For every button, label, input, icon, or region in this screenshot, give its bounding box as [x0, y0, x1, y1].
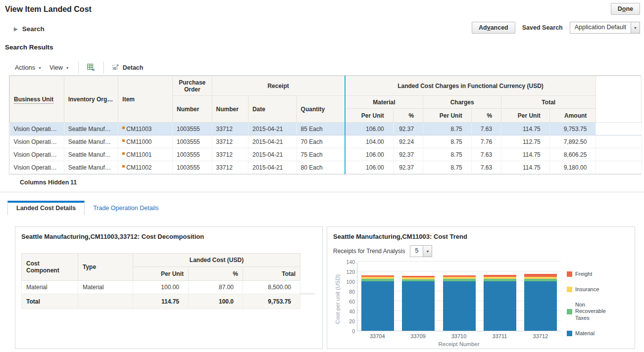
decomp-total-cell: 100.0: [189, 294, 243, 309]
column-header-receipt-date[interactable]: Date: [248, 96, 297, 123]
receipts-count-select[interactable]: 5 ▼: [410, 245, 432, 257]
y-tick-label: 80: [349, 289, 355, 295]
chevron-down-icon[interactable]: ▼: [423, 246, 432, 257]
gridline: [357, 261, 561, 262]
receipts-count-value: 5: [410, 246, 423, 257]
table-row[interactable]: Vision OperationsSeattle Manufac...CM110…: [10, 135, 642, 148]
y-tick-label: 40: [349, 308, 355, 314]
y-tick-label: 20: [349, 318, 355, 324]
detach-button[interactable]: Detach: [109, 62, 147, 74]
done-button[interactable]: Done: [611, 3, 640, 15]
plot-area: [357, 262, 561, 331]
column-header-receipt-number[interactable]: Number: [212, 96, 248, 123]
column-header-total-amount[interactable]: Amount: [549, 109, 596, 123]
chevron-down-icon[interactable]: ▼: [631, 22, 640, 33]
bar-33704[interactable]: [361, 275, 394, 331]
decomp-header-total: Total: [243, 267, 300, 281]
saved-search-label: Saved Search: [522, 24, 563, 31]
view-item-landed-cost-page: View Item Landed Cost Done ▶ Search Adva…: [0, 0, 644, 352]
legend-label: Material: [575, 330, 594, 337]
cost-trend-chart: Cost per unit (USD) 020406080100120140 3…: [333, 262, 629, 347]
decomp-filler-cell: [300, 294, 314, 309]
column-group-material: Material: [345, 96, 423, 109]
cell-business-unit: Vision Operations: [10, 135, 64, 148]
cell-po-number: 1003555: [173, 161, 212, 174]
x-tick-label: 33711: [479, 333, 520, 339]
tab-trade-operation-details[interactable]: Trade Operation Details: [85, 202, 167, 215]
legend-label: Insurance: [575, 286, 599, 293]
chevron-down-icon: ▼: [38, 66, 42, 70]
decomp-header-cost-component: Cost Component: [22, 254, 78, 281]
column-header-charges-pct[interactable]: %: [471, 109, 501, 123]
cell-charges-per-unit: 8.75: [423, 161, 472, 174]
column-header-quantity[interactable]: Quantity: [297, 96, 345, 123]
column-header-material-per-unit[interactable]: Per Unit: [345, 109, 394, 123]
filler-cell: [596, 135, 642, 148]
decomp-cell-cost-component: Material: [22, 281, 78, 294]
x-axis-title: Receipt Number: [357, 341, 561, 347]
table-row[interactable]: Vision OperationsSeattle Manufac...CM110…: [10, 123, 642, 135]
tab-landed-cost-details[interactable]: Landed Cost Details: [7, 201, 85, 215]
bar-33711[interactable]: [484, 275, 516, 331]
cell-material-pct: 92.37: [393, 161, 423, 174]
cell-inventory-organization: Seattle Manufac...: [64, 148, 118, 161]
table-row[interactable]: Vision OperationsSeattle Manufac...CM110…: [10, 148, 642, 161]
legend-swatch-icon: [567, 309, 572, 314]
bar-segment-material: [484, 281, 516, 331]
chevron-down-icon: ▼: [66, 66, 69, 70]
column-header-po-number[interactable]: Number: [173, 96, 212, 123]
search-expander[interactable]: ▶ Search: [14, 25, 45, 33]
filler-cell: [596, 148, 642, 161]
cell-material-pct: 92.37: [393, 123, 423, 135]
bar-33710[interactable]: [443, 275, 476, 331]
item-note-marker-icon: [122, 152, 125, 155]
cell-total-per-unit: 114.75: [501, 123, 550, 135]
cost-trend-title: Seattle Manufacturing,CM11003: Cost Tren…: [333, 233, 629, 240]
filler-cell: [596, 161, 642, 174]
cell-receipt-number: 33712: [212, 148, 248, 161]
actions-menu[interactable]: Actions ▼: [11, 62, 46, 73]
decomp-total-cell: 114.75: [133, 294, 189, 309]
item-note-marker-icon: [122, 127, 125, 129]
y-tick-label: 120: [346, 269, 355, 275]
cost-trend-panel: Seattle Manufacturing,CM11003: Cost Tren…: [327, 226, 635, 349]
column-header-inventory-organization[interactable]: Inventory Organization: [64, 76, 118, 123]
column-header-business-unit[interactable]: Business Unit: [10, 76, 64, 123]
cell-material-per-unit: 104.00: [345, 135, 394, 148]
cell-business-unit: Vision Operations: [10, 148, 64, 161]
advanced-button[interactable]: Advanced: [472, 22, 515, 34]
cell-receipt-number: 33712: [212, 135, 248, 148]
decomp-header-pct: %: [189, 267, 243, 281]
cost-decomposition-panel: Seattle Manufacturing,CM11003,33712: Cos…: [15, 226, 323, 349]
y-tick-label: 0: [352, 328, 355, 334]
legend-swatch-icon: [567, 287, 572, 292]
cost-decomposition-title: Seattle Manufacturing,CM11003,33712: Cos…: [21, 233, 316, 240]
export-to-excel-button[interactable]: [84, 62, 99, 74]
column-header-material-pct[interactable]: %: [393, 109, 423, 123]
bar-33712[interactable]: [524, 274, 557, 331]
cell-total-per-unit: 114.75: [501, 148, 550, 161]
column-header-charges-per-unit[interactable]: Per Unit: [423, 109, 472, 123]
column-header-total-per-unit[interactable]: Per Unit: [501, 109, 550, 123]
page-title: View Item Landed Cost: [5, 5, 92, 14]
x-tick-label: 33709: [397, 333, 438, 339]
x-tick-label: 33704: [357, 333, 397, 339]
column-group-purchase-order: Purchase Order: [173, 76, 212, 96]
legend-swatch-icon: [567, 331, 572, 336]
search-label: Search: [22, 25, 45, 33]
detach-icon: [112, 63, 120, 73]
cost-decomposition-table: Cost Component Type Landed Cost (USD) Pe…: [21, 253, 314, 309]
table-row[interactable]: Vision OperationsSeattle Manufac...CM110…: [10, 161, 642, 174]
toolbar-separator: [78, 62, 79, 74]
view-menu[interactable]: View ▼: [46, 62, 73, 73]
section-divider: [0, 192, 644, 192]
receipts-for-trend-label: Receipts for Trend Analysis: [333, 248, 405, 255]
decomp-total-cell: [78, 294, 133, 309]
saved-search-select[interactable]: Application Default ▼: [570, 22, 640, 34]
cell-total-amount: 9,753.75: [549, 123, 596, 135]
x-tick-label: 33712: [520, 333, 561, 339]
column-header-item[interactable]: Item: [118, 76, 173, 123]
bar-33709[interactable]: [402, 276, 435, 331]
y-tick-label: 140: [346, 259, 355, 265]
column-group-total: Total: [501, 96, 596, 109]
